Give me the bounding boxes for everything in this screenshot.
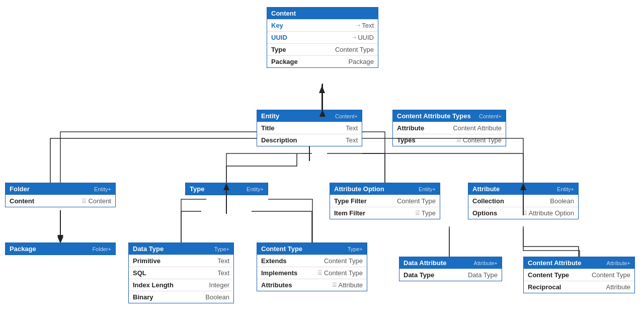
field-name-indexlength: Index Length [133,281,174,289]
list-icon4: ☰ [522,210,527,216]
field-type-primitive: Text [217,257,229,265]
cat-title: Content Attribute Types [397,112,471,120]
content-field-key: Key ⇢ Text [267,19,378,31]
datatype-header: Data Type Type+ [129,243,233,255]
field-name-attributes: Attributes [261,281,292,289]
ao-box: Attribute Option Entity+ Type Filter Con… [330,183,440,219]
ca-box: Content Attribute Attribute+ Content Typ… [523,257,635,293]
entity-field-title: Title Text [257,122,362,134]
ct-field-attributes: Attributes ☰ Attribute [257,279,367,291]
field-type-collection: Boolean [550,197,574,205]
attribute-header: Attribute Entity+ [468,183,578,195]
folder-badge: Entity+ [94,186,111,192]
field-name-title: Title [261,124,275,132]
content-field-type: Type Content Type [267,43,378,55]
field-name-datatype: Data Type [404,271,434,279]
field-name-reciprocal: Reciprocal [528,283,561,291]
field-type-attribute: Content Attribute [453,124,502,132]
type-header: Type Entity+ [186,183,268,195]
ca-header: Content Attribute Attribute+ [524,257,634,269]
field-name-sql: SQL [133,269,146,277]
attribute-badge: Entity+ [557,186,574,192]
svg-marker-13 [57,235,63,242]
field-type-uuid: ⇢ UUID [352,34,374,41]
field-type-package: Package [348,58,374,65]
cat-badge: Content+ [479,113,502,119]
field-name-contenttype: Content Type [528,271,569,279]
datatype-title: Data Type [133,245,164,253]
field-name-attribute: Attribute [397,124,424,132]
content-box: Content Key ⇢ Text UUID ⇢ UUID Type Cont… [267,7,378,68]
ao-field-typefilter: Type Filter Content Type [330,195,440,207]
field-name-itemfilter: Item Filter [334,209,365,217]
ca-title: Content Attribute [528,259,581,267]
field-type-attributes: ☰ Attribute [332,281,363,289]
datatype-field-primitive: Primitive Text [129,255,233,267]
field-type-sql: Text [217,269,229,277]
folder-box: Folder Entity+ Content ☰ Content [5,183,116,207]
datatype-field-indexlength: Index Length Integer [129,279,233,291]
package-header: Package Folder+ [6,243,115,255]
field-type-implements: ☰ Content Type [317,269,363,277]
field-name-description: Description [261,136,297,144]
field-name-content: Content [10,197,34,205]
content-field-uuid: UUID ⇢ UUID [267,31,378,43]
field-name-typefilter: Type Filter [334,197,367,205]
da-field-datatype: Data Type Data Type [399,269,502,281]
ca-field-contenttype: Content Type Content Type [524,269,634,281]
attribute-field-collection: Collection Boolean [468,195,578,207]
list-icon: ☰ [456,137,461,143]
cat-box: Content Attribute Types Content+ Attribu… [392,110,506,146]
attribute-box: Attribute Entity+ Collection Boolean Opt… [468,183,579,219]
arr-icon2: ⇢ [352,34,356,41]
field-name-collection: Collection [472,197,504,205]
field-name-key: Key [271,22,283,29]
list-icon5: ☰ [317,270,323,276]
content-header: Content [267,8,378,19]
ct-header: Content Type Type+ [257,243,367,255]
datatype-field-binary: Binary Boolean [129,291,233,303]
field-type-datatype: Data Type [468,271,498,279]
cat-field-types: Types ☰ Content Type [393,134,506,146]
da-header: Data Attribute Attribute+ [399,257,502,269]
field-name-primitive: Primitive [133,257,160,265]
ao-field-itemfilter: Item Filter ☰ Type [330,207,440,219]
cat-field-attribute: Attribute Content Attribute [393,122,506,134]
field-name-package: Package [271,58,298,65]
ct-field-implements: Implements ☰ Content Type [257,267,367,279]
entity-badge: Content+ [335,113,358,119]
ct-field-extends: Extends Content Type [257,255,367,267]
content-field-package: Package Package [267,55,378,67]
folder-title: Folder [10,185,30,193]
field-type-reciprocal: Attribute [606,283,630,291]
list-icon3: ☰ [415,210,420,216]
field-name-options: Options [472,209,497,217]
da-badge: Attribute+ [474,260,498,266]
list-icon2: ☰ [82,198,87,204]
datatype-badge: Type+ [214,246,229,252]
ct-badge: Type+ [348,246,363,252]
field-name-type: Type [271,46,286,53]
type-title: Type [190,185,204,193]
ct-title: Content Type [261,245,302,253]
field-type-typefilter: Content Type [397,197,436,205]
ca-badge: Attribute+ [607,260,630,266]
cat-header: Content Attribute Types Content+ [393,110,506,122]
package-box: Package Folder+ [5,243,116,255]
content-title: Content [271,10,296,17]
da-box: Data Attribute Attribute+ Data Type Data… [399,257,502,281]
ao-title: Attribute Option [334,185,384,193]
field-type-content: ☰ Content [82,197,111,205]
field-type-contenttype: Content Type [592,271,630,279]
field-type-types: ☰ Content Type [456,136,502,144]
ao-header: Attribute Option Entity+ [330,183,440,195]
list-icon6: ☰ [332,282,337,288]
entity-title: Entity [261,112,279,120]
field-type-extends: Content Type [324,257,363,265]
type-box: Type Entity+ [185,183,268,195]
field-type-key: ⇢ Text [356,22,374,29]
package-badge: Folder+ [92,246,111,252]
ao-badge: Entity+ [419,186,436,192]
field-type-indexlength: Integer [209,281,229,289]
field-type-options: ☰ Attribute Option [522,209,574,217]
